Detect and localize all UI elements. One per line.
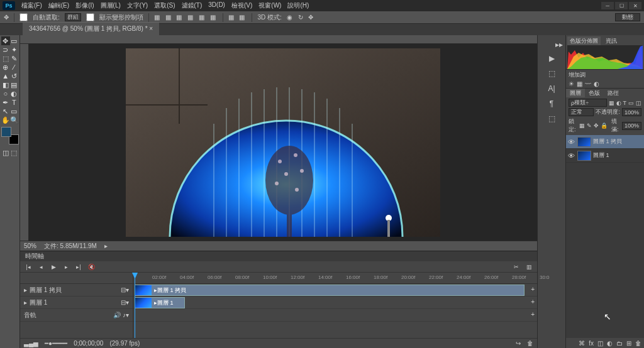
distribute-icons[interactable]: ▦ ▦	[228, 14, 247, 21]
zoom-level[interactable]: 50%	[24, 242, 36, 249]
filter-adj-icon[interactable]: ◐	[616, 100, 621, 106]
menu-help[interactable]: 說明(H)	[285, 0, 311, 11]
trash-icon[interactable]: 🗑	[527, 340, 533, 347]
tl-split-icon[interactable]: ✂	[512, 263, 521, 271]
screenmode-toggle[interactable]: ⬚	[10, 148, 19, 157]
timeline-clip-1[interactable]: ▸ 圖層 1	[135, 297, 185, 308]
auto-select-checkbox[interactable]	[19, 13, 28, 21]
dock-icon-1[interactable]: ⬚	[548, 69, 555, 78]
info-tab[interactable]: 資訊	[603, 36, 619, 45]
tl-next-frame[interactable]: ▸	[62, 263, 70, 271]
tl-last-frame[interactable]: ▸|	[74, 263, 83, 271]
color-swatches[interactable]	[1, 127, 19, 144]
adj-levels-icon[interactable]: ▦	[577, 80, 582, 87]
layer-group-icon[interactable]: 🗀	[616, 340, 623, 347]
canvas-viewport[interactable]	[29, 44, 537, 241]
timeline-clip-0[interactable]: ▸ 圖層 1 拷貝	[135, 285, 525, 296]
blend-mode-select[interactable]: 正常	[569, 108, 594, 116]
blur-tool[interactable]: ○	[1, 89, 10, 98]
brush-tool[interactable]: ⁄	[10, 63, 19, 72]
layer-mask-icon[interactable]: ◫	[597, 340, 603, 347]
hand-tool[interactable]: ✋	[1, 116, 10, 124]
heal-tool[interactable]: ⊕	[1, 63, 10, 72]
layer-item-1[interactable]: 👁 圖層 1	[566, 149, 644, 163]
wand-tool[interactable]: ✦	[10, 45, 19, 54]
layer-name[interactable]: 圖層 1	[593, 151, 609, 160]
menu-filter[interactable]: 濾鏡(T)	[179, 0, 205, 11]
status-caret-icon[interactable]: ▸	[104, 242, 108, 249]
path-tool[interactable]: ↖	[1, 107, 10, 116]
layer-filter-kind[interactable]: ρ 種類 ÷	[569, 99, 607, 107]
opacity-value[interactable]: 100%	[622, 108, 641, 116]
adj-curves-icon[interactable]: 〰	[585, 80, 591, 87]
marquee-tool[interactable]: ▭	[10, 36, 19, 45]
tl-transition-icon[interactable]: ▥	[525, 263, 533, 271]
eyedropper-tool[interactable]: ✎	[10, 54, 19, 63]
dock-icon-2[interactable]: A|	[548, 84, 555, 93]
quickmask-toggle[interactable]: ◫	[1, 148, 10, 157]
pen-tool[interactable]: ✒	[1, 98, 10, 107]
timeline-ruler[interactable]: 02:00f 04:00f 06:00f 08:00f 10:00f 12:00…	[133, 273, 537, 284]
dock-expand-icon[interactable]: ▸▸	[555, 40, 563, 48]
tl-audio-track-header[interactable]: 音軌 🔊 ♪▾	[20, 309, 133, 322]
tl-first-frame[interactable]: |◂	[24, 263, 33, 271]
menu-edit[interactable]: 編輯(E)	[46, 0, 72, 11]
render-icon[interactable]: ↪	[516, 340, 521, 347]
chevron-right-icon[interactable]: ▸	[24, 299, 27, 306]
layers-tab[interactable]: 圖層	[566, 89, 585, 97]
paths-tab[interactable]: 路徑	[604, 89, 623, 97]
timeline-tab[interactable]: 時間軸	[20, 251, 537, 261]
timeline-audio-row[interactable]: +	[133, 309, 537, 322]
tl-play[interactable]: ▶	[49, 263, 58, 271]
eraser-tool[interactable]: ◧	[1, 80, 10, 89]
zoom-tool[interactable]: 🔍	[10, 116, 19, 124]
histogram-tab[interactable]: 色版分佈圖	[567, 36, 601, 45]
align-icons[interactable]: ▦ ▦ ▦ ▦ ▦ ▦	[154, 14, 218, 21]
auto-select-target[interactable]: 群組	[65, 13, 81, 21]
foreground-color-swatch[interactable]	[1, 127, 11, 137]
add-clip-icon[interactable]: +	[531, 286, 535, 293]
document-tab[interactable]: 343647656 @ 50% (圖層 1 拷貝, RGB/8) * ×	[23, 22, 159, 35]
lock-trans-icon[interactable]: ▦	[579, 122, 585, 129]
visibility-eye-icon[interactable]: 👁	[568, 152, 575, 160]
timeline-tracks[interactable]: 02:00f 04:00f 06:00f 08:00f 10:00f 12:00…	[133, 273, 537, 338]
timeline-playhead[interactable]	[135, 273, 135, 338]
dock-icon-0[interactable]: ▶	[549, 54, 555, 63]
add-audio-icon[interactable]: +	[531, 311, 535, 318]
chevron-right-icon[interactable]: ▸	[24, 286, 27, 293]
adjustment-layer-icon[interactable]: ◐	[607, 340, 613, 347]
lock-pos-icon[interactable]: ✥	[594, 122, 599, 129]
filter-pixel-icon[interactable]: ▦	[609, 100, 614, 106]
track-props-icon[interactable]: ⊟▾	[121, 299, 129, 306]
shape-tool[interactable]: ▭	[10, 107, 19, 116]
menu-image[interactable]: 影像(I)	[73, 0, 96, 11]
mode3d-icons[interactable]: ◉ ↻ ✥	[287, 14, 316, 21]
fill-value[interactable]: 100%	[622, 122, 641, 130]
move-tool[interactable]: ✥	[1, 36, 10, 45]
workspace-switcher[interactable]: 動態	[615, 13, 640, 21]
adj-exposure-icon[interactable]: ◐	[594, 80, 599, 87]
maximize-button[interactable]: ☐	[615, 2, 628, 9]
adj-brightness-icon[interactable]: ☀	[569, 80, 574, 87]
layer-name[interactable]: 圖層 1 拷貝	[593, 138, 622, 146]
dock-icon-3[interactable]: ¶	[550, 99, 553, 108]
show-transform-checkbox[interactable]	[86, 13, 94, 21]
filter-smart-icon[interactable]: ◫	[636, 100, 641, 106]
history-brush-tool[interactable]: ↺	[10, 72, 19, 80]
stamp-tool[interactable]: ▲	[1, 72, 10, 80]
menu-window[interactable]: 視窗(W)	[256, 0, 284, 11]
menu-view[interactable]: 檢視(V)	[229, 0, 255, 11]
audio-props-icon[interactable]: 🔊 ♪▾	[113, 312, 129, 318]
menu-select[interactable]: 選取(S)	[152, 0, 177, 11]
channels-tab[interactable]: 色版	[585, 89, 604, 97]
lock-pixel-icon[interactable]: ✎	[587, 122, 592, 129]
type-tool[interactable]: T	[10, 98, 19, 107]
layer-item-0[interactable]: 👁 圖層 1 拷貝	[566, 135, 644, 149]
tl-prev-frame[interactable]: ◂	[36, 263, 45, 271]
add-clip-icon[interactable]: +	[531, 298, 535, 305]
filter-type-icon[interactable]: T	[623, 100, 627, 106]
layer-fx-icon[interactable]: fx	[589, 340, 594, 347]
menu-type[interactable]: 文字(Y)	[125, 0, 150, 11]
link-layers-icon[interactable]: ⌘	[579, 340, 585, 347]
menu-file[interactable]: 檔案(F)	[19, 0, 45, 11]
